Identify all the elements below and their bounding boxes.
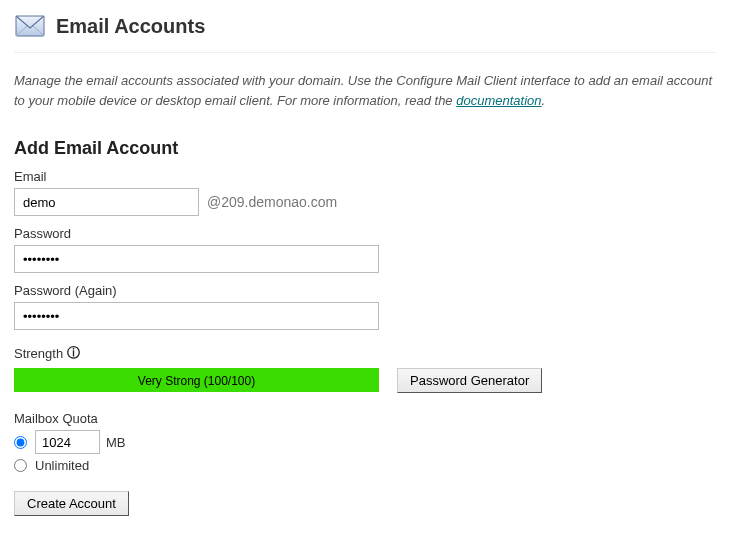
quota-label: Mailbox Quota — [14, 411, 715, 426]
section-title: Add Email Account — [14, 138, 715, 159]
password-input[interactable] — [14, 245, 379, 273]
page-title: Email Accounts — [56, 15, 205, 38]
page-header: Email Accounts — [14, 12, 715, 53]
page-description: Manage the email accounts associated wit… — [14, 71, 715, 110]
documentation-link[interactable]: documentation — [456, 93, 541, 108]
description-text: Manage the email accounts associated wit… — [14, 73, 712, 108]
info-icon[interactable]: ⓘ — [67, 344, 80, 362]
quota-radio-unlimited[interactable] — [14, 459, 27, 472]
description-after: . — [541, 93, 545, 108]
quota-unlimited-label: Unlimited — [35, 458, 89, 473]
strength-label-row: Strength ⓘ — [14, 344, 715, 362]
quota-radio-value[interactable] — [14, 436, 27, 449]
quota-input[interactable] — [35, 430, 100, 454]
password-label: Password — [14, 226, 715, 241]
create-account-button[interactable]: Create Account — [14, 491, 129, 516]
password-again-input[interactable] — [14, 302, 379, 330]
password-generator-button[interactable]: Password Generator — [397, 368, 542, 393]
email-input[interactable] — [14, 188, 199, 216]
password-again-label: Password (Again) — [14, 283, 715, 298]
strength-bar: Very Strong (100/100) — [14, 368, 379, 392]
domain-suffix: @209.demonao.com — [207, 194, 337, 210]
quota-unit: MB — [106, 435, 126, 450]
strength-label: Strength — [14, 346, 63, 361]
email-label: Email — [14, 169, 715, 184]
envelope-icon — [14, 12, 46, 40]
